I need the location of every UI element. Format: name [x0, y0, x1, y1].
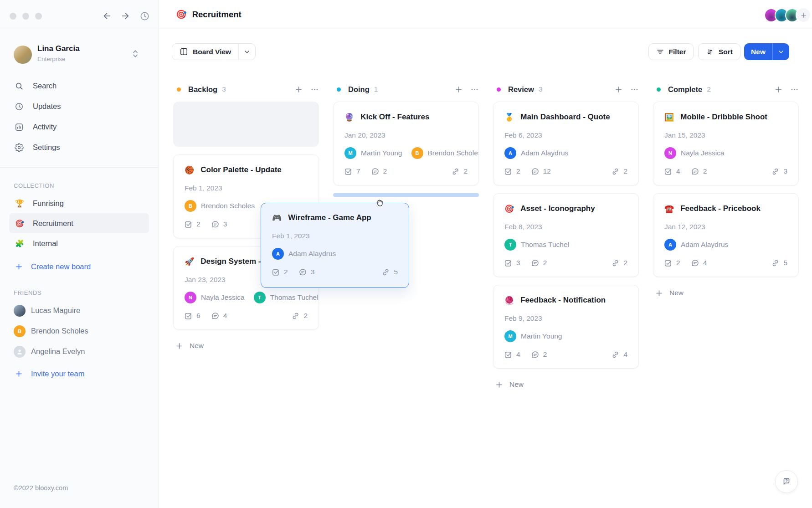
window-dot-3[interactable]	[35, 13, 42, 20]
card-title-row: 🔮Kick Off - Features	[344, 112, 468, 123]
card-stats: 423	[664, 166, 787, 176]
back-arrow-icon[interactable]	[102, 11, 112, 21]
add-card-button[interactable]	[774, 85, 783, 94]
task-icon	[664, 259, 672, 267]
comment-stat: 3	[299, 268, 315, 276]
card-title: Wireframe - Game App	[288, 213, 371, 222]
column-menu-button[interactable]	[470, 85, 479, 94]
task-stat: 2	[664, 259, 680, 267]
create-new-board-button[interactable]: Create new board	[15, 262, 91, 271]
comment-icon	[299, 268, 307, 276]
sidebar-board-internal[interactable]: 🧩Internal	[9, 233, 149, 253]
help-button[interactable]	[775, 470, 798, 493]
user-profile[interactable]: Lina Garcia Enterprise	[0, 44, 158, 66]
new-card-button[interactable]: New	[493, 380, 639, 390]
friend-name: Angelina Evelyn	[31, 347, 85, 356]
copyright: ©2022 blooxy.com	[14, 484, 68, 492]
task-count: 7	[356, 167, 360, 175]
link-count: 2	[463, 167, 468, 175]
sidebar-item-search[interactable]: Search	[0, 76, 158, 96]
link-stat: 2	[612, 259, 627, 267]
column-count: 3	[222, 85, 226, 93]
main-area: 🎯 Recruitment Board View	[159, 0, 812, 508]
column-actions	[454, 85, 479, 94]
task-count: 6	[196, 312, 200, 320]
task-icon	[504, 259, 512, 267]
link-stat: 2	[292, 312, 308, 320]
workspace-switcher-icon[interactable]	[132, 48, 139, 59]
card-stats: 722	[344, 166, 468, 176]
dragged-card[interactable]: 🎮Wireframe - Game AppFeb 1, 2023AAdam Al…	[261, 203, 409, 288]
column-menu-button[interactable]	[630, 85, 639, 94]
card-date: Feb 6, 2023	[504, 131, 627, 140]
forward-arrow-icon[interactable]	[120, 11, 130, 21]
link-count: 2	[303, 312, 308, 320]
card-title-row: 🏀Color Palette - Update	[185, 164, 308, 175]
comment-icon	[531, 351, 539, 359]
window-dot-1[interactable]	[10, 13, 16, 20]
sidebar-item-updates[interactable]: Updates	[0, 96, 158, 117]
card-stats: 245	[664, 258, 787, 268]
friend-brendon-scholes[interactable]: BBrendon Scholes	[0, 321, 158, 341]
friends-list: Lucas MaguireBBrendon ScholesAngelina Ev…	[0, 300, 158, 362]
invite-team-button[interactable]: Invite your team	[15, 369, 84, 378]
sidebar-board-recruitment[interactable]: 🎯Recruitment	[9, 213, 149, 233]
comment-stat: 2	[531, 350, 547, 359]
window-dot-2[interactable]	[22, 13, 29, 20]
task-icon	[344, 168, 352, 175]
task-stat: 2	[185, 220, 200, 228]
friend-avatar	[14, 346, 26, 358]
link-stat: 3	[771, 167, 787, 175]
column-count: 1	[374, 85, 378, 93]
add-card-button[interactable]	[454, 85, 463, 94]
column-menu-button[interactable]	[790, 85, 799, 94]
add-card-button[interactable]	[294, 85, 303, 94]
card-mobile-dribbble-shoot[interactable]: 🖼️Mobile - Dribbble ShootJan 15, 2023NNa…	[653, 102, 799, 185]
column-menu-button[interactable]	[310, 85, 319, 94]
card-stats: 2122	[504, 166, 627, 176]
card-title: Feedback - Pricebook	[680, 204, 761, 213]
card-main-dashboard-quote[interactable]: 🥇Main Dashboard - QuoteFeb 6, 2023AAdam …	[493, 102, 639, 185]
comment-count: 3	[223, 220, 227, 228]
sidebar-board-funrising[interactable]: 🏆Funrising	[9, 193, 149, 213]
card-stats: 235	[272, 267, 398, 277]
friend-angelina-evelyn[interactable]: Angelina Evelyn	[0, 341, 158, 362]
assignee: TThomas Tuchel	[254, 292, 319, 303]
task-count: 2	[284, 268, 288, 276]
friend-name: Lucas Maguire	[31, 306, 80, 315]
new-card-button[interactable]: New	[653, 288, 799, 298]
link-stat: 2	[452, 167, 468, 175]
comment-stat: 2	[371, 167, 387, 175]
column-name: Doing	[348, 85, 370, 94]
link-count: 3	[783, 167, 787, 175]
task-icon	[272, 268, 280, 276]
column-name: Complete	[668, 85, 702, 94]
link-stat: 5	[771, 259, 787, 267]
friend-lucas-maguire[interactable]: Lucas Maguire	[0, 300, 158, 321]
new-card-label: New	[509, 380, 524, 389]
card-emoji-icon: ☎️	[664, 204, 674, 214]
card-feedback-pricebook[interactable]: ☎️Feedback - PricebookJan 12, 2023AAdam …	[653, 193, 799, 277]
assignee-name: Adam Alaydrus	[681, 241, 728, 249]
sidebar-item-settings[interactable]: Settings	[0, 137, 158, 158]
sidebar-item-activity[interactable]: Activity	[0, 117, 158, 137]
link-count: 4	[623, 350, 627, 359]
link-count: 2	[623, 259, 627, 267]
column-header: Doing1	[333, 84, 479, 94]
card-title: Asset - Iconography	[520, 204, 595, 213]
card-asset-iconography[interactable]: 🎯Asset - IconographyFeb 8, 2023TThomas T…	[493, 193, 639, 277]
new-card-button[interactable]: New	[173, 341, 319, 351]
link-icon	[452, 168, 459, 175]
plus-icon	[175, 342, 184, 350]
card-emoji-icon: 🏀	[185, 165, 194, 175]
card-kick-off-features[interactable]: 🔮Kick Off - FeaturesJan 20, 2023MMartin …	[333, 102, 479, 185]
card-assignees: MMartin YoungBBrendon Scholes	[344, 147, 468, 159]
history-icon[interactable]	[139, 11, 150, 21]
add-card-button[interactable]	[614, 85, 623, 94]
card-feedback-notification[interactable]: 🧶Feedback - NotificationFeb 9, 2023MMart…	[493, 285, 639, 369]
task-icon	[185, 221, 192, 228]
task-stat: 2	[272, 268, 288, 276]
sidebar-item-label: Search	[33, 82, 57, 90]
task-icon	[504, 351, 512, 359]
assignee-avatar: T	[254, 292, 266, 303]
